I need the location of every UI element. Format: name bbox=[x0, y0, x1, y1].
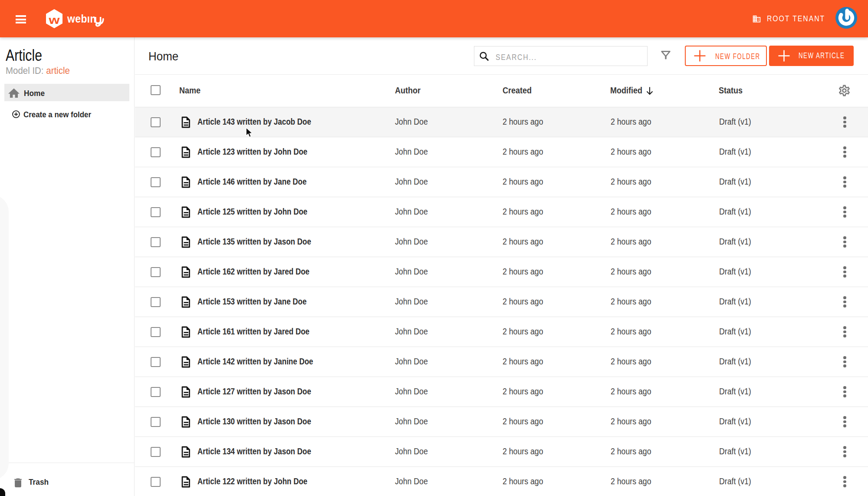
svg-text:w: w bbox=[48, 14, 60, 26]
